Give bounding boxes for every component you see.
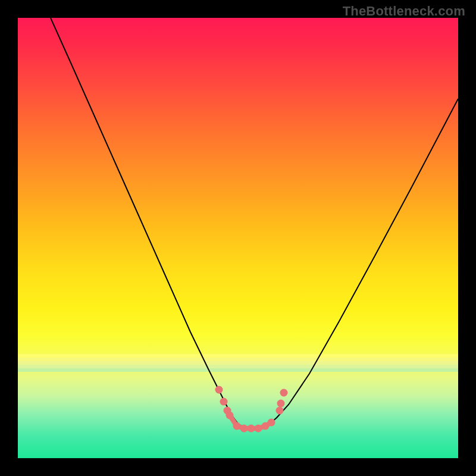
data-marker bbox=[233, 422, 241, 430]
data-marker bbox=[276, 407, 284, 415]
data-marker bbox=[220, 398, 228, 406]
marker-group bbox=[215, 386, 288, 433]
watermark-text: TheBottleneck.com bbox=[343, 4, 465, 19]
data-marker bbox=[240, 425, 248, 433]
data-marker bbox=[248, 425, 255, 433]
data-marker bbox=[255, 425, 262, 433]
chart-container: TheBottleneck.com bbox=[0, 0, 476, 476]
data-marker bbox=[277, 400, 285, 408]
bottleneck-curve bbox=[51, 18, 458, 429]
data-marker bbox=[226, 412, 234, 419]
data-marker bbox=[268, 419, 275, 427]
curve-svg bbox=[18, 18, 458, 458]
data-marker bbox=[280, 389, 288, 397]
data-marker bbox=[215, 386, 223, 394]
